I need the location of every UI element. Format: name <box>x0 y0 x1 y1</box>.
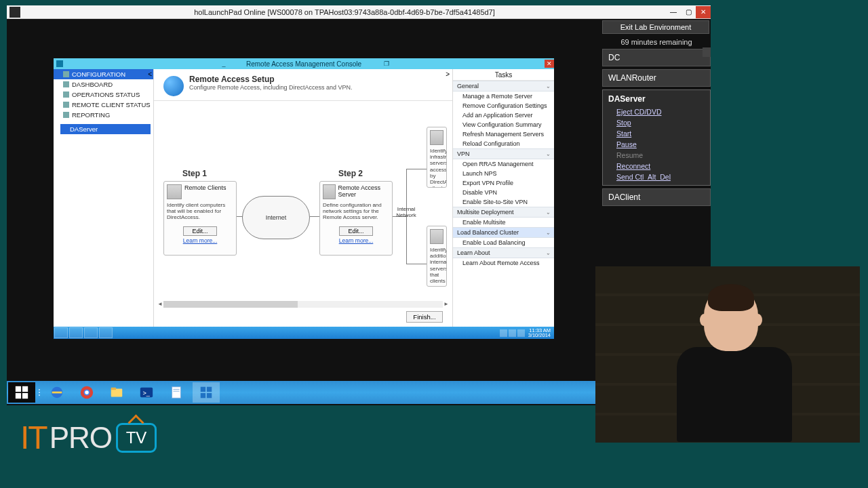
task-reload-config[interactable]: Reload Configuration <box>453 139 554 148</box>
vm-taskbar-mmc-icon[interactable] <box>99 327 113 338</box>
nav-label: CONFIGURATION <box>72 70 125 78</box>
nav-item-configuration[interactable]: CONFIGURATION <box>54 69 153 79</box>
hero-title: Remote Access Setup <box>189 75 353 84</box>
vm-action-pause[interactable]: Pause <box>607 139 706 150</box>
tray-sound-icon[interactable] <box>517 329 525 337</box>
tasks-pane: Tasks General Manage a Remote Server Rem… <box>452 69 554 327</box>
task-add-app-server[interactable]: Add an Application Server <box>453 110 554 120</box>
presenter-figure <box>677 287 785 443</box>
vm-wlanrouter[interactable]: WLANRouter <box>602 69 711 87</box>
scroll-right-icon[interactable]: ► <box>443 301 450 308</box>
mmc-center-pane: Remote Access Setup Configure Remote Acc… <box>154 69 452 327</box>
vm-daclient[interactable]: DAClient <box>602 188 711 206</box>
logo-pro: PRO <box>50 421 112 455</box>
vm-taskbar-explorer-icon[interactable] <box>84 327 98 338</box>
maximize-button[interactable]: ▢ <box>681 6 696 18</box>
horizontal-scrollbar[interactable]: ◄ ► <box>157 301 450 308</box>
step1-edit-button[interactable]: Edit... <box>183 226 217 236</box>
task-enable-multisite[interactable]: Enable Multisite <box>453 218 554 227</box>
vm-dc[interactable]: DC <box>602 49 711 66</box>
tray-network-icon[interactable] <box>509 329 516 337</box>
step4-box: Identify additional internal servers tha… <box>427 226 447 287</box>
svg-rect-16 <box>207 387 212 392</box>
vm-taskbar: 11:33 AM 3/10/2014 <box>54 327 554 339</box>
nav-item-reporting[interactable]: REPORTING <box>54 110 153 120</box>
logo-it: IT <box>20 419 47 456</box>
taskbar-chrome-icon[interactable] <box>73 382 100 403</box>
vm-action-reconnect[interactable]: Reconnect <box>607 161 706 171</box>
minimize-button[interactable]: — <box>666 6 681 18</box>
presenter-video <box>595 266 860 443</box>
tray-flag-icon[interactable] <box>500 329 507 337</box>
step4-desc: Identify additional internal servers tha… <box>430 247 443 287</box>
step2-learn-link[interactable]: Learn more... <box>323 237 389 244</box>
vm-tray: 11:33 AM 3/10/2014 <box>500 328 554 338</box>
hero-collapse-icon[interactable]: > <box>446 70 450 78</box>
task-view-config-summary[interactable]: View Configuration Summary <box>453 120 554 129</box>
close-button[interactable]: ✕ <box>696 6 711 18</box>
vm-taskbar-powershell-icon[interactable] <box>69 327 83 338</box>
vm-clock[interactable]: 11:33 AM 3/10/2014 <box>526 328 553 338</box>
nav-label: DASHBOARD <box>72 81 113 88</box>
task-refresh-mgmt-servers[interactable]: Refresh Management Servers <box>453 129 554 139</box>
presenter-head <box>704 287 758 351</box>
nav-server-daserver[interactable]: DAServer <box>60 124 151 134</box>
taskbar-grip-icon[interactable] <box>37 389 42 396</box>
scroll-left-icon[interactable]: ◄ <box>157 301 163 308</box>
tasks-group-vpn[interactable]: VPN <box>453 148 554 159</box>
svg-rect-18 <box>207 393 212 398</box>
remote-access-icon <box>163 76 184 96</box>
vm-action-stop[interactable]: Stop <box>607 117 706 128</box>
itprotv-logo: IT PRO TV <box>20 419 157 456</box>
task-enable-s2s-vpn[interactable]: Enable Site-to-Site VPN <box>453 197 554 207</box>
taskbar-explorer-icon[interactable] <box>103 382 130 403</box>
infra-icon <box>430 130 443 145</box>
vm-taskbar-server-manager-icon[interactable] <box>54 327 68 338</box>
task-remove-config[interactable]: Remove Configuration Settings <box>453 101 554 110</box>
vm-action-ctlaltdel[interactable]: Send Ctl_Alt_Del <box>607 171 706 182</box>
remote-clients-icon <box>167 184 182 199</box>
tasks-group-general[interactable]: General <box>453 81 554 92</box>
vm-daserver-header[interactable]: DAServer <box>607 93 706 106</box>
svg-rect-15 <box>201 387 205 392</box>
step1-learn-link[interactable]: Learn more... <box>167 237 233 244</box>
vm-action-start[interactable]: Start <box>607 128 706 139</box>
appsrv-icon <box>430 229 443 244</box>
start-button[interactable] <box>8 382 35 403</box>
nav-item-remote-client-status[interactable]: REMOTE CLIENT STATUS <box>54 100 153 110</box>
taskbar-powershell-icon[interactable]: >_ <box>133 382 160 403</box>
vm-action-resume: Resume <box>607 150 706 161</box>
task-learn-about-ra[interactable]: Learn About Remote Access <box>453 258 554 268</box>
task-disable-vpn[interactable]: Disable VPN <box>453 188 554 197</box>
task-export-vpn-profile[interactable]: Export VPN Profile <box>453 178 554 188</box>
vm-action-eject[interactable]: Eject CD/DVD <box>607 106 706 117</box>
task-manage-remote-server[interactable]: Manage a Remote Server <box>453 92 554 101</box>
scrollbar-up-icon[interactable] <box>703 47 711 57</box>
task-launch-nps[interactable]: Launch NPS <box>453 169 554 178</box>
step1-label: Step 1 <box>182 169 207 178</box>
tasks-group-multisite[interactable]: Multisite Deployment <box>453 207 554 218</box>
status-icon <box>63 92 69 98</box>
mmc-body: < CONFIGURATION DASHBOARD OPERATIONS STA… <box>54 69 554 327</box>
logo-tv-text: TV <box>126 428 147 447</box>
taskbar-notepad-icon[interactable] <box>163 382 190 403</box>
task-enable-load-balancing[interactable]: Enable Load Balancing <box>453 238 554 247</box>
tasks-group-learn[interactable]: Learn About <box>453 247 554 258</box>
scroll-track[interactable] <box>163 301 443 308</box>
exit-lab-button[interactable]: Exit Lab Environment <box>602 20 709 34</box>
taskbar-launchpad-icon[interactable] <box>193 382 220 403</box>
config-icon <box>63 71 69 77</box>
tasks-group-loadbalanced[interactable]: Load Balanced Cluster <box>453 227 554 238</box>
nav-item-dashboard[interactable]: DASHBOARD <box>54 79 153 89</box>
dashboard-icon <box>63 81 69 87</box>
window-title: holLaunchPad Online [WS00078 on TPAHost0… <box>23 8 666 16</box>
connector <box>406 169 427 169</box>
task-open-rras[interactable]: Open RRAS Management <box>453 159 554 169</box>
nav-item-operations-status[interactable]: OPERATIONS STATUS <box>54 89 153 100</box>
scroll-thumb[interactable] <box>163 301 298 308</box>
taskbar-ie-icon[interactable] <box>43 382 71 403</box>
presenter-hair <box>708 284 754 311</box>
nav-collapse-icon[interactable]: < <box>148 70 152 78</box>
finish-button[interactable]: Finish... <box>406 311 443 323</box>
step2-edit-button[interactable]: Edit... <box>339 226 373 236</box>
